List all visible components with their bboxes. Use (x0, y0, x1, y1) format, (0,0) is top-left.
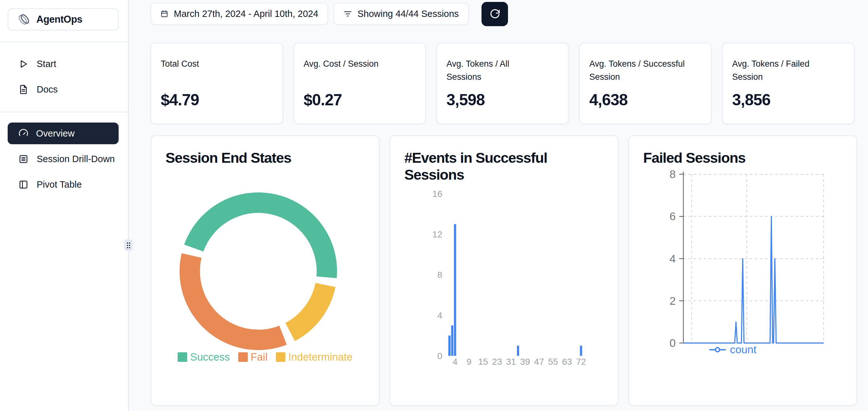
svg-text:0: 0 (437, 351, 442, 361)
svg-text:9: 9 (467, 357, 472, 366)
sidebar-divider (0, 41, 129, 42)
svg-text:6: 6 (670, 210, 676, 223)
legend-label: Fail (251, 351, 268, 363)
failed-sessions-line-chart: 02468 (629, 136, 858, 407)
stat-card-total-cost: Total Cost $4.79 (151, 43, 283, 124)
svg-text:12: 12 (432, 229, 442, 239)
calendar-icon (160, 9, 168, 18)
legend-item-success: Success (178, 351, 230, 363)
filter-icon (343, 9, 352, 18)
date-range-label: March 27th, 2024 - April 10th, 2024 (174, 9, 318, 19)
stat-value: 4,638 (589, 91, 627, 109)
session-end-states-donut-chart (152, 136, 380, 407)
stat-card-avg-cost-session: Avg. Cost / Session $0.27 (293, 43, 426, 124)
logo[interactable]: AgentOps (8, 8, 119, 31)
sidebar-item-label: Start (37, 59, 56, 69)
grip-dots-icon (126, 242, 131, 249)
sessions-filter-label: Showing 44/44 Sessions (358, 9, 459, 19)
stat-card-avg-tokens-successful: Avg. Tokens / Successful Session 4,638 (579, 43, 712, 124)
stat-value: $4.79 (161, 91, 199, 109)
sessions-filter-button[interactable]: Showing 44/44 Sessions (334, 3, 469, 25)
svg-text:8: 8 (437, 270, 442, 280)
svg-text:16: 16 (432, 189, 442, 199)
stat-label: Avg. Cost / Session (304, 57, 403, 70)
document-icon (19, 85, 28, 94)
legend-item-indeterminate: Indeterminate (276, 351, 353, 363)
sidebar-item-overview[interactable]: Overview (8, 122, 119, 144)
legend-swatch (178, 352, 187, 362)
refresh-button[interactable] (482, 2, 508, 26)
refresh-icon (489, 8, 501, 20)
sidebar-item-start[interactable]: Start (0, 54, 129, 74)
svg-text:4: 4 (437, 311, 442, 320)
stat-value: 3,856 (732, 91, 770, 109)
svg-text:23: 23 (492, 357, 502, 366)
legend-swatch (276, 352, 285, 362)
sidebar-item-label: Pivot Table (37, 179, 82, 190)
svg-text:4: 4 (670, 253, 676, 265)
sidebar-item-session-drill-down[interactable]: Session Drill-Down (0, 149, 129, 169)
stat-label: Avg. Tokens / All Sessions (446, 57, 546, 83)
svg-text:0: 0 (670, 336, 676, 349)
legend-label: Indeterminate (288, 351, 353, 363)
legend-swatch (238, 352, 248, 362)
legend-label: Success (190, 351, 230, 363)
count-legend-label: count (730, 343, 756, 356)
svg-text:31: 31 (506, 357, 516, 366)
stat-card-avg-tokens-all: Avg. Tokens / All Sessions 3,598 (436, 43, 569, 124)
chart-card-failed-sessions: Failed Sessions 02468 count (628, 135, 857, 406)
count-legend: count (709, 343, 756, 356)
sidebar-item-pivot-table[interactable]: Pivot Table (0, 175, 129, 194)
stat-value: $0.27 (304, 91, 342, 109)
count-series-icon (709, 346, 726, 353)
svg-text:4: 4 (453, 357, 458, 366)
chart-card-events-in-successful-sessions: #Events in Successful Sessions 048121649… (390, 135, 618, 406)
date-range-button[interactable]: March 27th, 2024 - April 10th, 2024 (151, 3, 328, 25)
svg-text:47: 47 (534, 357, 544, 366)
agentops-logo-icon (17, 12, 31, 27)
sidebar-item-label: Session Drill-Down (37, 154, 115, 164)
chart-card-session-end-states: Session End States Success Fail Indeterm… (151, 135, 379, 406)
stat-label: Avg. Tokens / Failed Session (732, 57, 832, 83)
svg-text:8: 8 (670, 168, 676, 180)
svg-text:63: 63 (562, 357, 572, 366)
app-title: AgentOps (36, 14, 82, 25)
panel-left-icon (19, 180, 28, 189)
svg-text:55: 55 (548, 357, 558, 366)
stat-label: Total Cost (161, 57, 260, 70)
sidebar-item-label: Overview (36, 128, 74, 139)
svg-text:15: 15 (478, 357, 488, 366)
svg-text:72: 72 (576, 357, 586, 366)
events-histogram-chart: 0481216491523313947556372 (390, 136, 619, 407)
list-box-icon (19, 154, 28, 164)
gauge-icon (19, 128, 28, 139)
svg-text:39: 39 (520, 357, 530, 366)
sidebar-resize-handle[interactable] (124, 239, 133, 251)
sidebar-item-label: Docs (37, 84, 58, 95)
sidebar: AgentOps Start Docs Overview (0, 0, 129, 411)
play-icon (19, 59, 28, 69)
stat-label: Avg. Tokens / Successful Session (589, 57, 689, 83)
donut-legend: Success Fail Indeterminate (152, 351, 379, 363)
svg-text:2: 2 (670, 295, 676, 307)
sidebar-divider (0, 112, 129, 112)
stat-card-avg-tokens-failed: Avg. Tokens / Failed Session 3,856 (722, 43, 855, 124)
stat-value: 3,598 (446, 91, 485, 109)
legend-item-fail: Fail (238, 351, 268, 363)
sidebar-item-docs[interactable]: Docs (0, 80, 129, 99)
